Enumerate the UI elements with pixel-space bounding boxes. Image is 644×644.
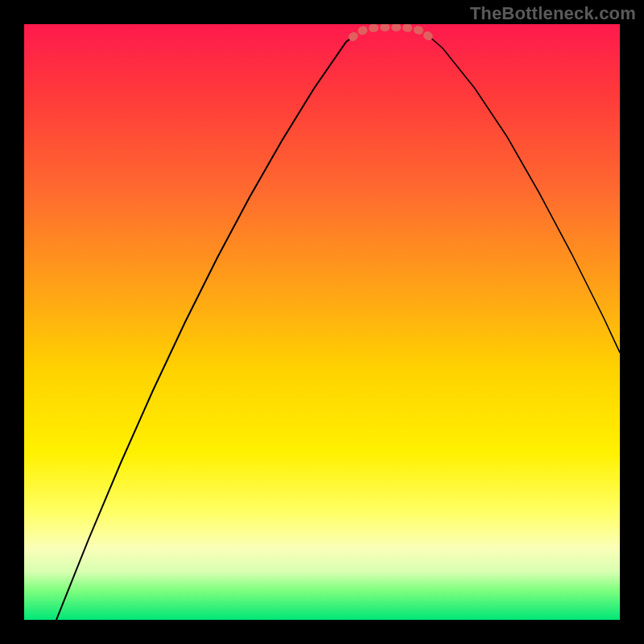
bottom-marker xyxy=(353,27,430,37)
curve-right xyxy=(430,37,620,353)
watermark-text: TheBottleneck.com xyxy=(470,3,636,24)
curve-left xyxy=(56,37,353,620)
curve-svg xyxy=(24,24,620,620)
plot-area xyxy=(24,24,620,620)
chart-frame: TheBottleneck.com xyxy=(0,0,644,644)
